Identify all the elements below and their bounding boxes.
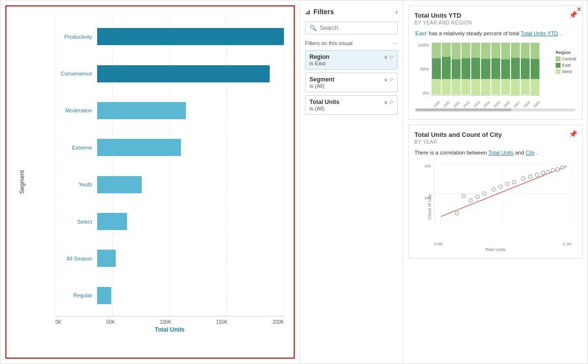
scatter-x-tick-0: 0.0M	[434, 242, 443, 246]
bar-label-youth: Youth	[55, 182, 92, 187]
filter-segment-name: Segment	[309, 76, 334, 83]
y-axis-label: Segment	[19, 170, 26, 194]
filter-title-text: Filters	[313, 8, 334, 16]
legend-west: West	[556, 69, 576, 74]
filter-item-segment[interactable]: Segment ∨ ⟳ is (All)	[305, 73, 398, 92]
filters-more-icon[interactable]: ···	[393, 40, 398, 46]
insights-panel: × 📌 Total Units YTD BY YEAR AND REGION '…	[403, 0, 588, 364]
y-tick-0: 0%	[423, 91, 429, 96]
legend-east: East	[556, 63, 576, 68]
y-tick-100: 100%	[418, 43, 429, 48]
svg-point-15	[476, 195, 479, 198]
x-tick-2009: 2009	[533, 100, 541, 108]
stacked-bar-2006	[501, 43, 510, 95]
bar-container-allseason	[97, 250, 284, 267]
svg-point-28	[561, 166, 564, 169]
filter-totalunits-value: is (All)	[309, 105, 393, 111]
insight-cards-container: 📌 Total Units YTD BY YEAR AND REGION 'Ea…	[403, 0, 588, 364]
bar-allseason	[97, 250, 116, 267]
stacked-bar-2007	[511, 43, 520, 95]
stacked-bar-2009	[531, 43, 539, 95]
legend-east-label: East	[562, 63, 571, 68]
filter-item-region[interactable]: Region ∨ ⟳ is East	[305, 50, 398, 70]
bar-row-convenience: Convenience	[55, 61, 284, 86]
x-axis: 0K 50K 100K 150K 200K	[55, 316, 284, 325]
scatter-x-tick-1: 0.1M	[562, 242, 571, 246]
bar-rows: Productivity Convenience Moderation	[55, 16, 284, 316]
x-tick-50k: 50K	[106, 319, 115, 325]
x-tick-2003: 2003	[473, 100, 481, 108]
x-tick-2007: 2007	[513, 100, 521, 108]
filter-totalunits-name: Total Units	[309, 99, 339, 105]
pin-icon-scatter[interactable]: 📌	[569, 130, 577, 138]
svg-point-20	[512, 181, 516, 184]
bar-label-allseason: All Season	[55, 256, 92, 261]
bar-container-youth	[97, 176, 284, 193]
svg-point-26	[551, 168, 555, 172]
card2-text: There is a correlation between Total Uni…	[414, 149, 576, 157]
stacked-x-axis: 1999 2000 2001 2002 2003 2004 2005 2006 …	[432, 102, 539, 106]
scatter-chart: Count of City	[414, 161, 576, 252]
svg-point-25	[546, 170, 549, 174]
x-tick-0k: 0K	[55, 319, 61, 325]
x-tick-1999: 1999	[433, 100, 440, 108]
bar-label-convenience: Convenience	[55, 71, 92, 77]
main-container: Segment Productivity	[0, 0, 588, 364]
bar-container-extreme	[97, 139, 284, 156]
card1-text: 'East' has a relatively steady percent o…	[414, 29, 576, 38]
bar-label-extreme: Extreme	[55, 145, 92, 151]
filter-item-totalunits[interactable]: Total Units ∨ ⟳ is (All)	[305, 95, 398, 115]
insight-card-ytd: 📌 Total Units YTD BY YEAR AND REGION 'Ea…	[408, 5, 583, 120]
close-button[interactable]: ×	[576, 4, 582, 15]
svg-point-13	[462, 194, 465, 198]
stacked-bar-2008	[521, 43, 530, 95]
filter-region-dropdown-icon[interactable]: ∨	[384, 54, 387, 60]
card2-subtitle: BY YEAR	[414, 139, 576, 145]
stacked-chart-scrollbar[interactable]	[415, 108, 575, 111]
bar-row-regular: Regular	[55, 283, 284, 308]
bar-select	[97, 213, 127, 230]
svg-point-16	[483, 192, 486, 195]
filter-item-segment-header: Segment ∨ ⟳	[309, 76, 393, 83]
filter-totalunits-clear-icon[interactable]: ⟳	[389, 100, 393, 105]
filter-totalunits-dropdown-icon[interactable]: ∨	[384, 100, 387, 105]
scrollbar-thumb	[415, 108, 511, 111]
bar-container-convenience	[97, 65, 284, 82]
x-tick-2005: 2005	[493, 100, 501, 108]
scatter-y-tick-10k: 10K	[424, 196, 431, 200]
bar-row-extreme: Extreme	[55, 135, 284, 160]
filter-region-clear-icon[interactable]: ⟳	[389, 54, 393, 60]
bar-row-select: Select	[55, 209, 284, 234]
x-axis-label: Total Units	[55, 326, 284, 333]
scatter-svg	[434, 164, 571, 223]
search-box[interactable]: 🔍	[305, 22, 398, 34]
chart-bars-area: Productivity Convenience Moderation	[55, 16, 284, 316]
filter-region-value: is East	[309, 60, 393, 66]
x-tick-2001: 2001	[453, 100, 460, 108]
x-tick-2008: 2008	[523, 100, 531, 108]
card1-text-suffix: .	[560, 30, 561, 36]
svg-point-24	[541, 171, 544, 175]
card2-text-link1: Total Units	[488, 150, 513, 156]
filter-title: ⊿ Filters	[305, 8, 334, 16]
filter-segment-clear-icon[interactable]: ⟳	[389, 77, 393, 82]
filter-panel: ⊿ Filters › 🔍 Filters on this visual ···…	[300, 0, 403, 364]
svg-point-21	[521, 177, 525, 180]
card2-text-middle: and	[515, 150, 525, 156]
filter-region-name: Region	[309, 53, 330, 60]
scatter-y-tick-15k: 15K	[424, 164, 431, 168]
pin-icon-ytd[interactable]: 📌	[569, 11, 577, 19]
legend-east-swatch	[556, 63, 561, 68]
stacked-y-axis: 100% 50% 0%	[414, 43, 429, 96]
legend-central-label: Central	[562, 56, 576, 61]
search-input[interactable]	[320, 25, 393, 31]
filter-segment-dropdown-icon[interactable]: ∨	[384, 77, 387, 82]
stacked-bar-2000	[442, 43, 451, 95]
filter-expand-icon[interactable]: ›	[395, 8, 398, 16]
insight-card-scatter: 📌 Total Units and Count of City BY YEAR …	[408, 125, 583, 259]
scatter-x-label: Total Units	[485, 247, 506, 252]
legend-central-swatch	[556, 56, 561, 61]
bar-extreme	[97, 139, 181, 156]
stacked-bar-1999	[432, 43, 441, 95]
legend-central: Central	[556, 56, 576, 61]
